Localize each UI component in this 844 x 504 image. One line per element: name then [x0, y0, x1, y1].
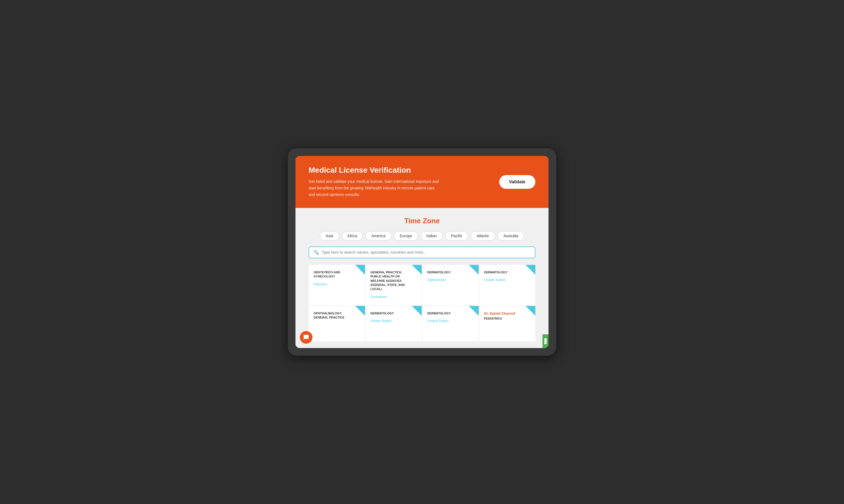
- page-title: Medical License Verification: [309, 166, 440, 175]
- search-bar: 🔍: [309, 247, 535, 258]
- card-5: OPHTHALMOLOGY, GENERAL PRACTICE: [309, 306, 365, 341]
- chat-icon: [303, 334, 309, 340]
- card-corner-icon-3: [469, 265, 479, 275]
- card-country-7[interactable]: United States: [427, 319, 474, 323]
- search-input[interactable]: [322, 250, 531, 254]
- green-indicator-bar: [545, 338, 547, 344]
- card-specialty-2: GENERAL PRACTICE, PUBLIC HEALTH OR WELFA…: [371, 270, 417, 291]
- cards-grid: OBSTETRICS AND GYNECOLOGY Pakistan GENER…: [309, 265, 535, 341]
- tab-australia[interactable]: Australia: [498, 231, 524, 240]
- timezone-title: Time Zone: [309, 217, 535, 225]
- tab-africa[interactable]: Africa: [342, 231, 363, 240]
- card-corner-icon-6: [412, 306, 422, 316]
- card-corner-icon-5: [355, 306, 365, 316]
- card-corner-icon-8: [526, 306, 535, 316]
- main-content: Time Zone Asia Africa America Europe Ind…: [295, 208, 549, 348]
- card-specialty-7: DERMATOLOGY: [427, 311, 474, 316]
- card-7: DERMATOLOGY United States: [422, 306, 479, 341]
- card-2: GENERAL PRACTICE, PUBLIC HEALTH OR WELFA…: [366, 265, 422, 305]
- card-specialty-5: OPHTHALMOLOGY, GENERAL PRACTICE: [313, 311, 360, 320]
- tab-asia[interactable]: Asia: [320, 231, 339, 240]
- card-8: Dr. Daniel Charouf PEDIATRICS: [479, 306, 536, 341]
- card-doctor-name-8[interactable]: Dr. Daniel Charouf: [484, 311, 531, 316]
- tab-europe[interactable]: Europe: [394, 231, 418, 240]
- card-country-6[interactable]: United States: [371, 319, 417, 323]
- card-corner-icon-2: [412, 265, 422, 275]
- tab-indian[interactable]: Indian: [420, 231, 443, 240]
- validate-button[interactable]: Validate: [499, 175, 535, 189]
- tab-america[interactable]: America: [366, 231, 391, 240]
- card-specialty-8: PEDIATRICS: [484, 317, 531, 321]
- header-text: Medical License Verification Get listed …: [309, 166, 440, 198]
- card-country-2[interactable]: Zimbabwe: [371, 295, 417, 299]
- card-corner-icon-1: [355, 265, 365, 275]
- chat-bubble-button[interactable]: [300, 331, 312, 344]
- card-corner-icon-4: [526, 265, 535, 275]
- card-country-3[interactable]: Afghanistan: [427, 278, 474, 282]
- card-corner-icon-7: [469, 306, 479, 316]
- card-specialty-3: DERMATOLOGY: [427, 270, 474, 274]
- tab-pacific[interactable]: Pacific: [445, 231, 468, 240]
- screen: Medical License Verification Get listed …: [295, 156, 549, 348]
- card-1: OBSTETRICS AND GYNECOLOGY Pakistan: [309, 265, 365, 305]
- card-specialty-4: DERMATOLOGY: [484, 270, 531, 274]
- card-3: DERMATOLOGY Afghanistan: [422, 265, 479, 305]
- card-6: DERMATOLOGY United States: [366, 306, 422, 341]
- card-country-1[interactable]: Pakistan: [313, 282, 360, 286]
- tab-atlantic[interactable]: Atlantic: [471, 231, 495, 240]
- header-banner: Medical License Verification Get listed …: [295, 156, 549, 208]
- card-specialty-6: DERMATOLOGY: [371, 311, 417, 316]
- card-specialty-1: OBSTETRICS AND GYNECOLOGY: [313, 270, 360, 279]
- card-4: DERMATOLOGY United States: [479, 265, 536, 305]
- card-country-4[interactable]: United States: [484, 278, 531, 282]
- header-description: Get listed and validate your medical lic…: [309, 178, 440, 198]
- green-indicator: [542, 334, 549, 348]
- timezone-tabs: Asia Africa America Europe Indian Pacifi…: [309, 231, 535, 240]
- device-frame: Medical License Verification Get listed …: [288, 148, 556, 356]
- search-icon: 🔍: [313, 250, 319, 255]
